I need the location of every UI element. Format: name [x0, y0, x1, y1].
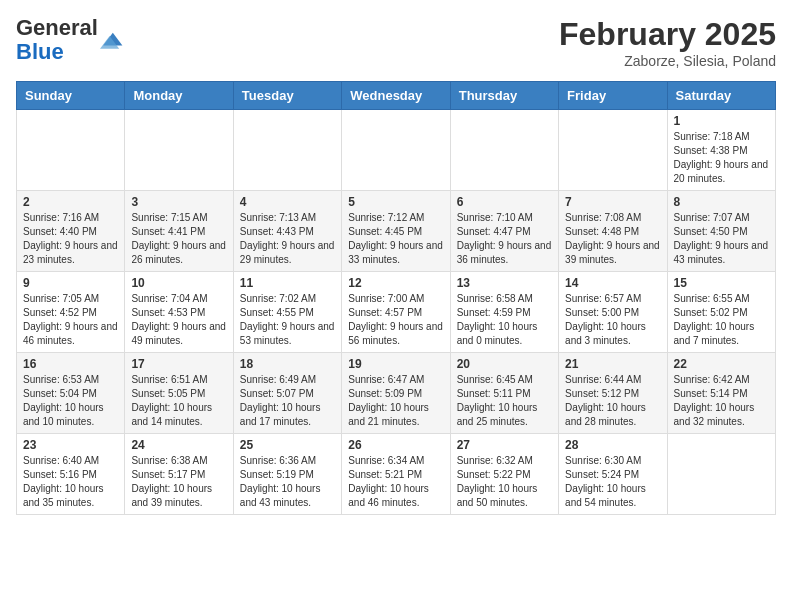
- week-row-4: 16 Sunrise: 6:53 AMSunset: 5:04 PMDaylig…: [17, 353, 776, 434]
- day-number: 22: [674, 357, 769, 371]
- day-info: Sunrise: 7:13 AMSunset: 4:43 PMDaylight:…: [240, 212, 335, 265]
- day-number: 2: [23, 195, 118, 209]
- calendar-cell: 7 Sunrise: 7:08 AMSunset: 4:48 PMDayligh…: [559, 191, 667, 272]
- calendar-cell: [450, 110, 558, 191]
- day-info: Sunrise: 6:57 AMSunset: 5:00 PMDaylight:…: [565, 293, 646, 346]
- day-info: Sunrise: 6:55 AMSunset: 5:02 PMDaylight:…: [674, 293, 755, 346]
- day-info: Sunrise: 6:42 AMSunset: 5:14 PMDaylight:…: [674, 374, 755, 427]
- day-info: Sunrise: 6:36 AMSunset: 5:19 PMDaylight:…: [240, 455, 321, 508]
- calendar-cell: 19 Sunrise: 6:47 AMSunset: 5:09 PMDaylig…: [342, 353, 450, 434]
- day-info: Sunrise: 6:44 AMSunset: 5:12 PMDaylight:…: [565, 374, 646, 427]
- week-row-5: 23 Sunrise: 6:40 AMSunset: 5:16 PMDaylig…: [17, 434, 776, 515]
- day-number: 24: [131, 438, 226, 452]
- day-number: 7: [565, 195, 660, 209]
- week-row-3: 9 Sunrise: 7:05 AMSunset: 4:52 PMDayligh…: [17, 272, 776, 353]
- calendar-cell: 24 Sunrise: 6:38 AMSunset: 5:17 PMDaylig…: [125, 434, 233, 515]
- day-info: Sunrise: 7:15 AMSunset: 4:41 PMDaylight:…: [131, 212, 226, 265]
- calendar-cell: 21 Sunrise: 6:44 AMSunset: 5:12 PMDaylig…: [559, 353, 667, 434]
- day-number: 9: [23, 276, 118, 290]
- day-info: Sunrise: 6:38 AMSunset: 5:17 PMDaylight:…: [131, 455, 212, 508]
- calendar-cell: 3 Sunrise: 7:15 AMSunset: 4:41 PMDayligh…: [125, 191, 233, 272]
- day-number: 13: [457, 276, 552, 290]
- day-number: 19: [348, 357, 443, 371]
- calendar-cell: 9 Sunrise: 7:05 AMSunset: 4:52 PMDayligh…: [17, 272, 125, 353]
- calendar-cell: 14 Sunrise: 6:57 AMSunset: 5:00 PMDaylig…: [559, 272, 667, 353]
- day-number: 5: [348, 195, 443, 209]
- logo-blue: Blue: [16, 39, 64, 64]
- location: Zaborze, Silesia, Poland: [559, 53, 776, 69]
- week-row-2: 2 Sunrise: 7:16 AMSunset: 4:40 PMDayligh…: [17, 191, 776, 272]
- calendar-cell: [342, 110, 450, 191]
- day-info: Sunrise: 6:32 AMSunset: 5:22 PMDaylight:…: [457, 455, 538, 508]
- calendar-cell: 15 Sunrise: 6:55 AMSunset: 5:02 PMDaylig…: [667, 272, 775, 353]
- day-info: Sunrise: 6:40 AMSunset: 5:16 PMDaylight:…: [23, 455, 104, 508]
- calendar-cell: [559, 110, 667, 191]
- day-info: Sunrise: 6:51 AMSunset: 5:05 PMDaylight:…: [131, 374, 212, 427]
- day-info: Sunrise: 6:30 AMSunset: 5:24 PMDaylight:…: [565, 455, 646, 508]
- day-info: Sunrise: 6:34 AMSunset: 5:21 PMDaylight:…: [348, 455, 429, 508]
- day-info: Sunrise: 6:49 AMSunset: 5:07 PMDaylight:…: [240, 374, 321, 427]
- title-block: February 2025 Zaborze, Silesia, Poland: [559, 16, 776, 69]
- day-number: 25: [240, 438, 335, 452]
- calendar-cell: 28 Sunrise: 6:30 AMSunset: 5:24 PMDaylig…: [559, 434, 667, 515]
- day-number: 28: [565, 438, 660, 452]
- day-number: 6: [457, 195, 552, 209]
- calendar-cell: 18 Sunrise: 6:49 AMSunset: 5:07 PMDaylig…: [233, 353, 341, 434]
- weekday-header-thursday: Thursday: [450, 82, 558, 110]
- day-number: 17: [131, 357, 226, 371]
- day-info: Sunrise: 7:08 AMSunset: 4:48 PMDaylight:…: [565, 212, 660, 265]
- calendar-cell: 23 Sunrise: 6:40 AMSunset: 5:16 PMDaylig…: [17, 434, 125, 515]
- day-info: Sunrise: 6:47 AMSunset: 5:09 PMDaylight:…: [348, 374, 429, 427]
- calendar-cell: 2 Sunrise: 7:16 AMSunset: 4:40 PMDayligh…: [17, 191, 125, 272]
- calendar-cell: 13 Sunrise: 6:58 AMSunset: 4:59 PMDaylig…: [450, 272, 558, 353]
- calendar-table: SundayMondayTuesdayWednesdayThursdayFrid…: [16, 81, 776, 515]
- day-number: 14: [565, 276, 660, 290]
- day-number: 16: [23, 357, 118, 371]
- calendar-cell: 5 Sunrise: 7:12 AMSunset: 4:45 PMDayligh…: [342, 191, 450, 272]
- calendar-cell: 12 Sunrise: 7:00 AMSunset: 4:57 PMDaylig…: [342, 272, 450, 353]
- logo: General Blue: [16, 16, 124, 64]
- weekday-header-wednesday: Wednesday: [342, 82, 450, 110]
- day-number: 23: [23, 438, 118, 452]
- month-year: February 2025: [559, 16, 776, 53]
- week-row-1: 1 Sunrise: 7:18 AMSunset: 4:38 PMDayligh…: [17, 110, 776, 191]
- day-info: Sunrise: 7:05 AMSunset: 4:52 PMDaylight:…: [23, 293, 118, 346]
- logo-icon: [100, 28, 124, 52]
- day-number: 18: [240, 357, 335, 371]
- day-info: Sunrise: 7:18 AMSunset: 4:38 PMDaylight:…: [674, 131, 769, 184]
- day-info: Sunrise: 7:12 AMSunset: 4:45 PMDaylight:…: [348, 212, 443, 265]
- day-number: 3: [131, 195, 226, 209]
- calendar-cell: 11 Sunrise: 7:02 AMSunset: 4:55 PMDaylig…: [233, 272, 341, 353]
- calendar-cell: 16 Sunrise: 6:53 AMSunset: 5:04 PMDaylig…: [17, 353, 125, 434]
- calendar-cell: 4 Sunrise: 7:13 AMSunset: 4:43 PMDayligh…: [233, 191, 341, 272]
- calendar-cell: 1 Sunrise: 7:18 AMSunset: 4:38 PMDayligh…: [667, 110, 775, 191]
- day-number: 27: [457, 438, 552, 452]
- day-info: Sunrise: 7:07 AMSunset: 4:50 PMDaylight:…: [674, 212, 769, 265]
- calendar-cell: 27 Sunrise: 6:32 AMSunset: 5:22 PMDaylig…: [450, 434, 558, 515]
- page-header: General Blue February 2025 Zaborze, Sile…: [16, 16, 776, 69]
- weekday-header-saturday: Saturday: [667, 82, 775, 110]
- day-info: Sunrise: 7:04 AMSunset: 4:53 PMDaylight:…: [131, 293, 226, 346]
- day-number: 1: [674, 114, 769, 128]
- day-info: Sunrise: 7:16 AMSunset: 4:40 PMDaylight:…: [23, 212, 118, 265]
- weekday-header-sunday: Sunday: [17, 82, 125, 110]
- calendar-cell: 26 Sunrise: 6:34 AMSunset: 5:21 PMDaylig…: [342, 434, 450, 515]
- day-number: 10: [131, 276, 226, 290]
- calendar-cell: 20 Sunrise: 6:45 AMSunset: 5:11 PMDaylig…: [450, 353, 558, 434]
- calendar-cell: [233, 110, 341, 191]
- calendar-cell: 6 Sunrise: 7:10 AMSunset: 4:47 PMDayligh…: [450, 191, 558, 272]
- day-info: Sunrise: 6:53 AMSunset: 5:04 PMDaylight:…: [23, 374, 104, 427]
- calendar-cell: [125, 110, 233, 191]
- day-number: 4: [240, 195, 335, 209]
- day-number: 21: [565, 357, 660, 371]
- day-number: 11: [240, 276, 335, 290]
- day-info: Sunrise: 7:00 AMSunset: 4:57 PMDaylight:…: [348, 293, 443, 346]
- weekday-header-tuesday: Tuesday: [233, 82, 341, 110]
- calendar-cell: 17 Sunrise: 6:51 AMSunset: 5:05 PMDaylig…: [125, 353, 233, 434]
- calendar-cell: 8 Sunrise: 7:07 AMSunset: 4:50 PMDayligh…: [667, 191, 775, 272]
- calendar-cell: [17, 110, 125, 191]
- day-number: 8: [674, 195, 769, 209]
- day-number: 12: [348, 276, 443, 290]
- calendar-cell: 10 Sunrise: 7:04 AMSunset: 4:53 PMDaylig…: [125, 272, 233, 353]
- day-info: Sunrise: 6:58 AMSunset: 4:59 PMDaylight:…: [457, 293, 538, 346]
